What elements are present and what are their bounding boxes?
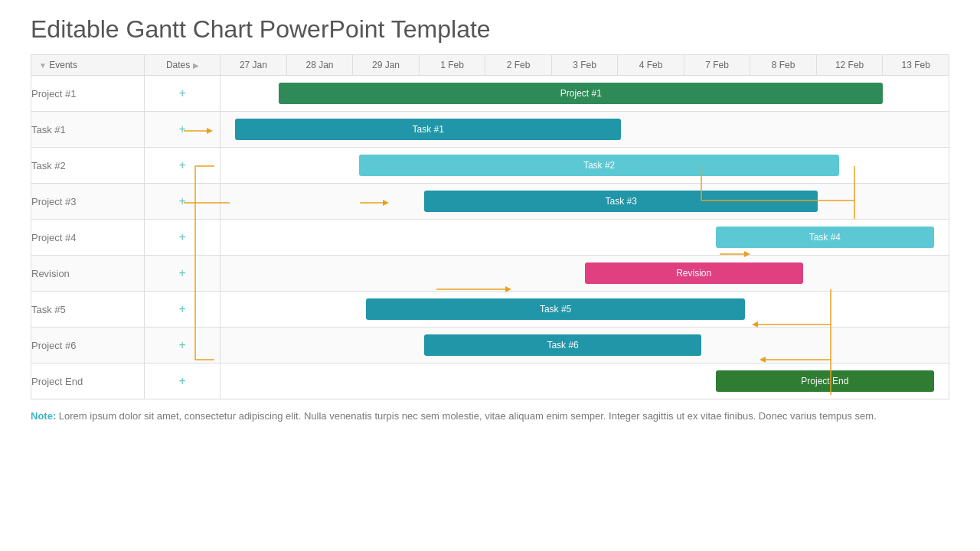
note-section: Note: Lorem ipsum dolor sit amet, consec… xyxy=(31,409,949,425)
row-event-label: Project #3 xyxy=(31,184,145,220)
gantt-body: Project #1+Project #1Task #1+Task #1Task… xyxy=(31,76,949,399)
row-event-label: Project #4 xyxy=(31,220,145,256)
row-add-button[interactable]: + xyxy=(145,148,220,184)
table-row: Revision+Revision xyxy=(31,256,949,292)
header-date-7: 7 Feb xyxy=(684,55,750,76)
table-row: Project #3+Task #3 xyxy=(31,184,949,220)
row-event-label: Task #5 xyxy=(31,292,145,328)
row-chart-cell: Task #5 xyxy=(220,292,949,328)
header-dates: Dates ▶ xyxy=(145,55,220,76)
gantt-bar: Task #1 xyxy=(235,119,621,140)
row-chart-cell: Task #1 xyxy=(220,112,949,148)
gantt-bar: Task #5 xyxy=(366,298,744,320)
row-chart-cell: Revision xyxy=(220,256,949,292)
header-date-9: 12 Feb xyxy=(816,55,883,76)
table-row: Project End+Project End xyxy=(31,364,949,399)
table-row: Project #1+Project #1 xyxy=(31,76,949,112)
header-date-4: 2 Feb xyxy=(485,55,552,76)
gantt-chart-wrapper: ▼ Events Dates ▶ 27 Jan 28 Jan 29 Jan 1 … xyxy=(31,54,949,399)
row-event-label: Revision xyxy=(31,256,145,292)
row-add-button[interactable]: + xyxy=(145,220,220,256)
header-date-5: 3 Feb xyxy=(551,55,618,76)
gantt-table: ▼ Events Dates ▶ 27 Jan 28 Jan 29 Jan 1 … xyxy=(31,54,949,399)
row-add-button[interactable]: + xyxy=(145,364,220,399)
row-chart-cell: Project End xyxy=(220,364,949,399)
header-date-0: 27 Jan xyxy=(220,55,287,76)
row-add-button[interactable]: + xyxy=(145,112,220,148)
row-chart-cell: Task #6 xyxy=(220,328,949,364)
header-events: ▼ Events xyxy=(31,55,145,76)
header-date-8: 8 Feb xyxy=(750,55,817,76)
table-row: Project #6+Task #6 xyxy=(31,328,949,364)
table-row: Task #1+Task #1 xyxy=(31,112,949,148)
row-event-label: Task #2 xyxy=(31,148,145,184)
gantt-bar: Project #1 xyxy=(279,83,883,104)
header-date-3: 1 Feb xyxy=(419,55,485,76)
gantt-bar: Task #6 xyxy=(424,334,701,356)
row-add-button[interactable]: + xyxy=(145,328,220,364)
row-add-button[interactable]: + xyxy=(145,184,220,220)
table-row: Task #5+Task #5 xyxy=(31,292,949,328)
gantt-bar: Project End xyxy=(716,370,934,392)
dates-arrow-icon: ▶ xyxy=(193,61,199,70)
gantt-bar: Task #3 xyxy=(424,191,817,212)
table-row: Task #2+Task #2 xyxy=(31,148,949,184)
table-row: Project #4+Task #4 xyxy=(31,220,949,256)
row-chart-cell: Task #2 xyxy=(220,148,949,184)
header-date-6: 4 Feb xyxy=(618,55,684,76)
gantt-bar: Task #4 xyxy=(716,227,934,248)
row-chart-cell: Project #1 xyxy=(220,76,949,112)
row-event-label: Project End xyxy=(31,364,145,399)
row-add-button[interactable]: + xyxy=(145,256,220,292)
row-chart-cell: Task #3 xyxy=(220,184,949,220)
header-date-1: 28 Jan xyxy=(286,55,353,76)
header-date-2: 29 Jan xyxy=(353,55,420,76)
row-add-button[interactable]: + xyxy=(145,76,220,112)
gantt-bar: Revision xyxy=(585,262,803,284)
row-event-label: Project #1 xyxy=(31,76,145,112)
note-label: Note: xyxy=(31,410,56,422)
row-event-label: Project #6 xyxy=(31,328,145,364)
row-event-label: Task #1 xyxy=(31,112,145,148)
header-date-10: 13 Feb xyxy=(883,55,949,76)
gantt-bar: Task #2 xyxy=(359,155,840,176)
note-text: Lorem ipsum dolor sit amet, consectetur … xyxy=(56,410,877,422)
gantt-header: ▼ Events Dates ▶ 27 Jan 28 Jan 29 Jan 1 … xyxy=(31,55,949,76)
row-add-button[interactable]: + xyxy=(145,292,220,328)
row-chart-cell: Task #4 xyxy=(220,220,949,256)
events-arrow-icon: ▼ xyxy=(39,61,47,70)
page-title: Editable Gantt Chart PowerPoint Template xyxy=(31,15,949,44)
